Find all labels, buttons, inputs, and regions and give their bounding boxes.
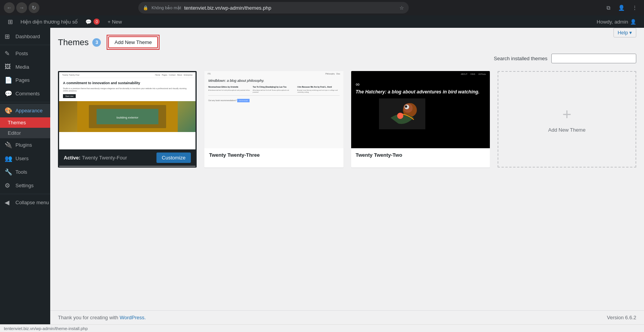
star-icon[interactable]: ☆: [399, 5, 404, 11]
search-label: Search installed themes: [494, 56, 547, 61]
wp-logo-icon: ⊞: [8, 18, 13, 25]
search-bar-row: Search installed themes: [50, 50, 644, 67]
footer-text: Thank you for creating with WordPress.: [58, 315, 146, 320]
add-new-theme-button[interactable]: Add New Theme: [108, 36, 158, 48]
status-bar: tentenviet.biz.vn/wp-admin/theme-install…: [0, 324, 644, 332]
help-button[interactable]: Help ▾: [613, 28, 636, 37]
site-name-text: Hiện diện thương hiệu số: [20, 19, 78, 25]
sidebar-tools-label: Tools: [15, 169, 27, 175]
add-new-theme-card[interactable]: + Add New Theme: [498, 71, 636, 168]
wp-footer: Thank you for creating with WordPress. V…: [50, 310, 644, 324]
howdy-text: Howdy, admin: [597, 19, 628, 25]
extensions-button[interactable]: ⧉: [603, 2, 614, 13]
browser-chrome: ← → ↻ 🔒 Không bảo mật tentenviet.biz.vn/…: [0, 0, 644, 15]
tools-icon: 🔧: [5, 168, 12, 176]
sidebar-item-comments[interactable]: 💬 Comments: [0, 87, 50, 100]
comments-item[interactable]: 💬 0: [82, 15, 104, 28]
theme-preview-t24: Twenty Twenty-Four Home Pages Contact Ab…: [59, 72, 195, 149]
sidebar-comments-label: Comments: [15, 91, 40, 97]
sidebar-users-label: Users: [15, 156, 29, 161]
wp-admin-bar: ⊞ Hiện diện thương hiệu số 💬 0 + New How…: [0, 15, 644, 28]
users-icon: 👥: [5, 155, 12, 162]
wp-admin-container: ⊞ Dashboard ✎ Posts 🖼 Media 📄: [0, 28, 644, 324]
t23-post-3: I Am Because We Are by Fred L. Hord A re…: [297, 86, 339, 93]
theme-name-t23: Twenty Twenty-Three: [209, 152, 260, 158]
posts-icon: ✎: [5, 50, 12, 57]
t23-comment: Got any book recommendations? Get in tou…: [208, 95, 339, 102]
sidebar-item-dashboard[interactable]: ⊞ Dashboard: [0, 30, 50, 43]
sidebar-settings-label: Settings: [15, 183, 34, 188]
sidebar-themes-label: Themes: [8, 120, 26, 125]
t24-image: building exterior: [59, 101, 195, 132]
theme-card-t23[interactable]: ITS Philosophy Disc Mindblown: a blog ab…: [204, 71, 343, 168]
theme-footer-t22: Twenty Twenty-Two: [351, 148, 490, 162]
t22-content: ∞ The Hatchery: a blog about adventures …: [351, 77, 490, 134]
comments-icon: 💬: [85, 19, 92, 25]
forward-button[interactable]: →: [16, 2, 27, 13]
themes-grid: Twenty Twenty-Four Home Pages Contact Ab…: [50, 67, 644, 179]
t24-nav: Twenty Twenty-Four Home Pages Contact Ab…: [59, 72, 195, 78]
back-button[interactable]: ←: [4, 2, 15, 13]
new-item[interactable]: + New: [104, 15, 126, 28]
sidebar-divider-2: [0, 102, 50, 102]
security-text: Không bảo mật: [151, 5, 181, 10]
sidebar-menu: ⊞ Dashboard ✎ Posts 🖼 Media 📄: [0, 28, 50, 209]
howdy-item[interactable]: Howdy, admin 👤: [593, 15, 640, 28]
theme-card-t24[interactable]: Twenty Twenty-Four Home Pages Contact Ab…: [58, 71, 197, 168]
site-name-item[interactable]: Hiện diện thương hiệu số: [17, 15, 82, 28]
sidebar-item-media[interactable]: 🖼 Media: [0, 60, 50, 73]
svg-text:building exterior: building exterior: [116, 116, 138, 119]
sidebar-media-label: Media: [15, 64, 29, 70]
page-title: Themes: [58, 37, 88, 47]
refresh-button[interactable]: ↻: [29, 2, 39, 13]
wp-logo-item[interactable]: ⊞: [4, 15, 17, 28]
sidebar-item-tools[interactable]: 🔧 Tools: [0, 165, 50, 179]
theme-count-badge: 3: [92, 38, 101, 47]
new-label: + New: [107, 19, 122, 25]
sidebar-posts-label: Posts: [15, 51, 28, 56]
sidebar-item-plugins[interactable]: 🔌 Plugins: [0, 138, 50, 152]
address-bar[interactable]: 🔒 Không bảo mật tentenviet.biz.vn/wp-adm…: [138, 2, 409, 14]
browser-action-buttons: ⧉ 👤 ⋮: [603, 2, 640, 13]
sidebar-plugins-label: Plugins: [15, 142, 32, 148]
menu-button[interactable]: ⋮: [629, 2, 640, 13]
add-new-card-label: Add New Theme: [548, 127, 586, 133]
sidebar-item-editor[interactable]: Editor: [0, 128, 50, 138]
browser-nav-buttons: ← → ↻: [4, 2, 39, 13]
sidebar-divider-3: [0, 194, 50, 194]
sidebar-item-settings[interactable]: ⚙ Settings: [0, 179, 50, 192]
search-input[interactable]: [551, 54, 636, 63]
pages-icon: 📄: [5, 76, 12, 84]
status-url: tentenviet.biz.vn/wp-admin/theme-install…: [4, 326, 88, 331]
t22-bird-image: [379, 98, 425, 129]
url-text: tentenviet.biz.vn/wp-admin/themes.php: [184, 5, 397, 11]
comments-menu-icon: 💬: [5, 90, 12, 97]
sidebar-dashboard-label: Dashboard: [15, 34, 40, 39]
add-new-theme-wrapper: Add New Theme: [107, 35, 160, 50]
t22-nav: ABOUT FAVE All Posts: [351, 71, 490, 77]
sidebar-item-collapse[interactable]: ◀ Collapse menu: [0, 196, 50, 209]
sidebar-item-pages[interactable]: 📄 Pages: [0, 73, 50, 87]
t22-infinity-icon: ∞: [356, 81, 485, 87]
t22-title: The Hatchery: a blog about adventures in…: [356, 89, 485, 95]
appearance-icon: 🎨: [5, 107, 12, 114]
t23-post-2: Tao Te Ching (Daodejing) by Lao Tzu A fu…: [253, 86, 295, 93]
sidebar-item-posts[interactable]: ✎ Posts: [0, 47, 50, 60]
sidebar-item-users[interactable]: 👥 Users: [0, 152, 50, 165]
customize-button[interactable]: Customize: [156, 152, 191, 163]
sidebar-item-themes[interactable]: Themes: [0, 117, 50, 128]
plugins-icon: 🔌: [5, 141, 12, 149]
dashboard-icon: ⊞: [5, 33, 12, 40]
sidebar-item-appearance[interactable]: 🎨 Appearance: [0, 104, 50, 117]
sidebar: ⊞ Dashboard ✎ Posts 🖼 Media 📄: [0, 28, 50, 324]
profile-button[interactable]: 👤: [616, 2, 627, 13]
footer-wp-link[interactable]: WordPress.: [120, 315, 146, 320]
sidebar-appearance-label: Appearance: [15, 108, 42, 113]
svg-point-8: [405, 105, 407, 108]
sidebar-editor-label: Editor: [8, 130, 21, 136]
footer-version: Version 6.6.2: [607, 315, 636, 320]
help-row: Help ▾: [50, 28, 644, 31]
admin-bar-right: Howdy, admin 👤: [593, 15, 640, 28]
theme-card-t22[interactable]: ABOUT FAVE All Posts ∞ The Hatchery: a b…: [351, 71, 490, 168]
active-theme-bar: Active: Twenty Twenty-Four Customize: [59, 149, 195, 166]
